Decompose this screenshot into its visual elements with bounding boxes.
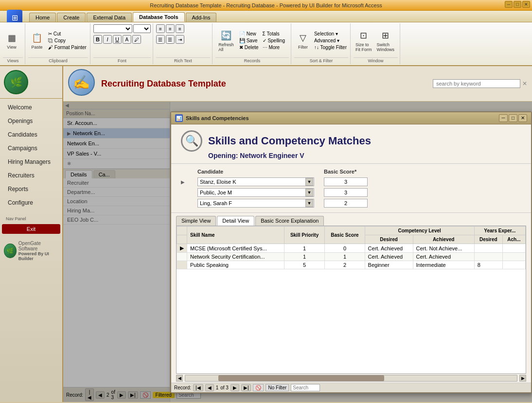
tab-create[interactable]: Create [57,13,86,22]
sidebar-item-openings[interactable]: Openings [2,115,60,127]
scroll-right-btn[interactable]: ▶ [519,375,526,382]
search-input[interactable] [433,79,520,88]
copy-button[interactable]: ⿻ Copy [47,37,88,44]
desired-0: Cert. Achieved [365,244,413,253]
italic-button[interactable]: I [103,35,112,44]
font-size-select[interactable] [133,24,151,33]
sidebar-item-candidates[interactable]: Candidates [2,128,60,141]
close-btn[interactable]: ✕ [522,1,530,8]
desired-1: Cert. Achieved [365,253,413,261]
filter-button[interactable]: ▽ Filter [294,30,312,51]
align-center-button[interactable]: ≡ [166,24,175,33]
modal-maximize-btn[interactable]: □ [509,114,517,122]
th-skill-priority: Skill Priority [284,227,325,244]
builder-label: Powered By UI Builder [18,251,58,261]
new-record-button[interactable]: 📄 New [238,31,260,37]
modal-minimize-btn[interactable]: ─ [499,114,508,122]
tab-database-tools[interactable]: Database Tools [133,12,185,22]
candidate-select-1[interactable]: Public, Joe M [197,188,314,197]
sidebar-item-configure[interactable]: Configure [2,196,60,209]
spelling-button[interactable]: ✓ Spelling [261,37,286,44]
font-color-button[interactable]: A [123,35,131,44]
sidebar-item-campaigns[interactable]: Campaigns [2,142,60,155]
ribbon-group-font: B I U A 🖊 Font [91,23,153,64]
th-years-exp: Years Exper... [474,227,525,235]
modal-record-prev-btn[interactable]: ◀ [205,384,214,391]
underline-button[interactable]: U [113,35,122,44]
skill-name-2: Public Speaking [187,261,284,269]
years-achieved-1 [502,253,525,261]
ribbon-group-views: ▦ View Views [1,23,25,64]
years-desired-2: 8 [474,261,502,269]
modal-record-first-btn[interactable]: |◀ [193,384,203,391]
app-logo: 🌿 [4,70,28,94]
window-controls[interactable]: ─ □ ✕ [505,1,530,8]
num-list-button[interactable]: ☰ [166,35,175,44]
candidate-select-2[interactable]: Ling, Sarah F [197,199,314,208]
modal-close-btn[interactable]: ✕ [518,114,527,122]
switch-windows-button[interactable]: ⊞ SwitchWindows [375,28,397,53]
scroll-left-btn[interactable]: ◀ [176,375,183,382]
sidebar-item-welcome[interactable]: Welcome [2,101,60,114]
skills-modal: 📊 Skills and Competencies ─ □ ✕ [170,111,532,393]
modal-record-next-btn[interactable]: ▶ [231,384,239,391]
tab-detail-view[interactable]: Detail View [217,216,254,226]
sidebar-item-hiring-managers[interactable]: Hiring Managers [2,156,60,168]
format-painter-button[interactable]: 🖌 Format Painter [47,44,88,51]
table-row-1: Network Security Certification... 1 1 Ce… [177,253,526,261]
maximize-btn[interactable]: □ [514,1,521,8]
sidebar-item-recruiters[interactable]: Recruiters [2,169,60,182]
modal-search-input[interactable] [291,384,320,391]
candidate-dropdown-icon-0: ▼ [305,178,313,186]
header-avatar: ✍ [68,69,97,98]
refresh-button[interactable]: 🔄 RefreshAll [215,28,237,53]
highlight-button[interactable]: 🖊 [132,35,141,44]
delete-record-button[interactable]: ✖ Delete [238,44,260,51]
more-button[interactable]: ⋯ More [261,44,286,51]
title-bar: Recruiting Database Template - Recruitin… [0,0,532,11]
content-area: ✍ Recruiting Database Template ✕ ◀ Posit… [63,66,532,402]
search-clear-icon[interactable]: ✕ [522,80,527,87]
candidate-dropdown-icon-2: ▼ [305,199,313,207]
exit-button[interactable]: Exit [2,224,60,234]
score-0: 0 [325,244,365,253]
indent-button[interactable]: ⇥ [176,35,184,44]
font-family-select[interactable] [93,24,132,33]
align-left-button[interactable]: ≡ [156,24,165,33]
view-button[interactable]: ▦ View [3,30,20,51]
tab-external-data[interactable]: External Data [87,13,132,22]
modal-controls: ─ □ ✕ [499,114,527,122]
toggle-filter-button[interactable]: ↑↓ Toggle Filter [313,44,348,51]
totals-button[interactable]: Σ Totals [261,31,286,37]
score-field-0[interactable] [324,177,368,186]
cut-button[interactable]: ✂ Cut [47,31,88,37]
search-magnifier-icon: 🔍 [181,130,202,152]
candidate-select-wrapper-2: Ling, Sarah F ▼ [197,199,314,208]
bullet-list-button[interactable]: ☰ [156,35,165,44]
advanced-button[interactable]: Advanced ▾ [313,37,348,44]
candidate-select-0[interactable]: Stanz, Eloise K [197,177,314,186]
score-field-2[interactable] [324,199,368,208]
tab-add-ins[interactable]: Add-Ins [186,13,217,22]
modal-opening-subtitle: Opening: Network Engineer V [208,152,521,159]
th-years-desired: Desired [474,235,502,244]
modal-record-last-btn[interactable]: ▶| [241,384,251,391]
view-tabs: Simple View Detail View Basic Score Expl… [171,213,531,226]
tab-basic-score-explanation[interactable]: Basic Score Explanation [255,216,324,226]
save-record-button[interactable]: 💾 Save [238,37,260,44]
score-field-1[interactable] [324,188,368,197]
font-group-label: Font [93,57,151,63]
paste-button[interactable]: 📋 Paste [28,30,46,51]
records-group-label: Records [215,57,289,63]
minimize-btn[interactable]: ─ [505,1,513,8]
selection-button[interactable]: Selection ▾ [313,31,348,37]
priority-0: 1 [284,244,325,253]
bold-button[interactable]: B [93,35,102,44]
tab-home[interactable]: Home [29,13,56,22]
horizontal-scrollbar[interactable] [185,375,517,382]
tab-simple-view[interactable]: Simple View [176,216,216,226]
sidebar-item-reports[interactable]: Reports [2,183,60,195]
refresh-icon: 🔄 [219,29,233,42]
align-right-button[interactable]: ≡ [176,24,184,33]
size-fit-button[interactable]: ⊡ Size toFit Form [354,28,374,53]
